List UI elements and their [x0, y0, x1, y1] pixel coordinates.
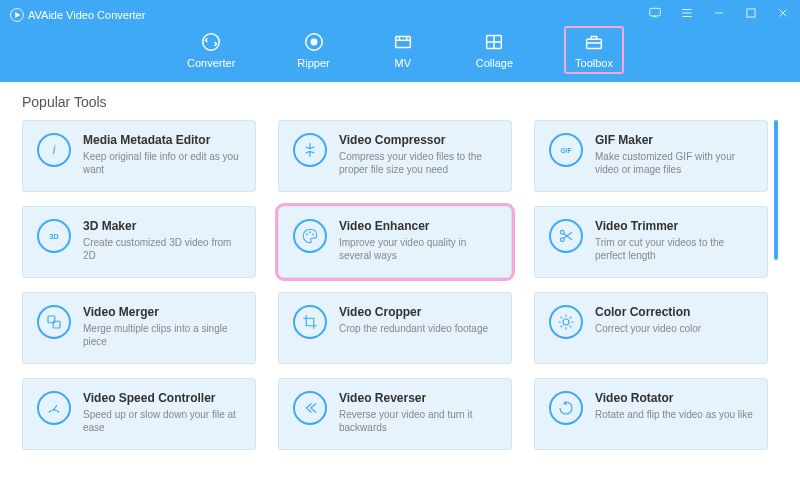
card-title: Video Reverser: [339, 391, 497, 405]
svg-point-12: [306, 234, 308, 236]
card-body: Video EnhancerImprove your video quality…: [339, 219, 497, 262]
svg-text:i: i: [53, 143, 56, 157]
svg-rect-1: [650, 8, 661, 16]
app-title: AVAide Video Converter: [28, 9, 145, 21]
card-body: Video RotatorRotate and flip the video a…: [595, 391, 753, 421]
sun-icon: [549, 305, 583, 339]
play-logo-icon: [10, 8, 24, 22]
card-title: Video Compressor: [339, 133, 497, 147]
card-desc: Make customized GIF with your video or i…: [595, 150, 753, 176]
palette-icon: [293, 219, 327, 253]
card-title: Video Speed Controller: [83, 391, 241, 405]
tab-label: Converter: [187, 57, 235, 69]
card-desc: Improve your video quality in several wa…: [339, 236, 497, 262]
tab-label: MV: [394, 57, 411, 69]
card-body: Video TrimmerTrim or cut your videos to …: [595, 219, 753, 262]
converter-icon: [200, 31, 222, 53]
card-desc: Create customized 3D video from 2D: [83, 236, 241, 262]
card-body: 3D MakerCreate customized 3D video from …: [83, 219, 241, 262]
svg-rect-6: [395, 37, 410, 48]
tab-ripper[interactable]: Ripper: [287, 27, 339, 73]
content-area: Popular Tools iMedia Metadata EditorKeep…: [0, 82, 800, 500]
tool-card-media-metadata-editor[interactable]: iMedia Metadata EditorKeep original file…: [22, 120, 256, 192]
maximize-icon[interactable]: [744, 6, 758, 24]
tool-card-video-cropper[interactable]: Video CropperCrop the redundant video fo…: [278, 292, 512, 364]
card-desc: Crop the redundant video footage: [339, 322, 497, 335]
card-body: Video CropperCrop the redundant video fo…: [339, 305, 497, 335]
tab-label: Collage: [476, 57, 513, 69]
speed-icon: [37, 391, 71, 425]
svg-point-13: [309, 231, 311, 233]
tab-mv[interactable]: MV: [382, 27, 424, 73]
tool-card-video-rotator[interactable]: Video RotatorRotate and flip the video a…: [534, 378, 768, 450]
card-title: 3D Maker: [83, 219, 241, 233]
card-desc: Correct your video color: [595, 322, 753, 335]
card-title: Video Trimmer: [595, 219, 753, 233]
card-title: Video Cropper: [339, 305, 497, 319]
card-body: Media Metadata EditorKeep original file …: [83, 133, 241, 176]
collage-icon: [483, 31, 505, 53]
ripper-icon: [303, 31, 325, 53]
card-body: Video MergerMerge multiple clips into a …: [83, 305, 241, 348]
card-body: GIF MakerMake customized GIF with your v…: [595, 133, 753, 176]
3d-icon: 3D: [37, 219, 71, 253]
crop-icon: [293, 305, 327, 339]
window-controls: [648, 6, 790, 24]
card-desc: Trim or cut your videos to the perfect l…: [595, 236, 753, 262]
feedback-icon[interactable]: [648, 6, 662, 24]
tab-collage[interactable]: Collage: [466, 27, 523, 73]
tool-card-video-reverser[interactable]: Video ReverserReverse your video and tur…: [278, 378, 512, 450]
close-icon[interactable]: [776, 6, 790, 24]
svg-point-20: [53, 408, 55, 410]
svg-point-19: [563, 319, 569, 325]
tool-card-3d-maker[interactable]: 3D3D MakerCreate customized 3D video fro…: [22, 206, 256, 278]
svg-point-15: [560, 230, 564, 234]
card-title: Color Correction: [595, 305, 753, 319]
card-desc: Keep original file info or edit as you w…: [83, 150, 241, 176]
card-body: Color CorrectionCorrect your video color: [595, 305, 753, 335]
card-desc: Reverse your video and turn it backwards: [339, 408, 497, 434]
tool-card-video-merger[interactable]: Video MergerMerge multiple clips into a …: [22, 292, 256, 364]
rotate-icon: [549, 391, 583, 425]
card-title: Video Enhancer: [339, 219, 497, 233]
card-title: Video Rotator: [595, 391, 753, 405]
scrollbar[interactable]: [774, 120, 778, 260]
mv-icon: [392, 31, 414, 53]
tool-card-gif-maker[interactable]: GIFGIF MakerMake customized GIF with you…: [534, 120, 768, 192]
tab-toolbox[interactable]: Toolbox: [565, 27, 623, 73]
card-body: Video ReverserReverse your video and tur…: [339, 391, 497, 434]
scissors-icon: [549, 219, 583, 253]
svg-point-16: [560, 238, 564, 242]
tab-converter[interactable]: Converter: [177, 27, 245, 73]
tool-card-video-speed-controller[interactable]: Video Speed ControllerSpeed up or slow d…: [22, 378, 256, 450]
titlebar: AVAide Video Converter: [0, 0, 800, 24]
toolbox-icon: [583, 31, 605, 53]
app-logo: AVAide Video Converter: [10, 8, 145, 22]
menu-icon[interactable]: [680, 6, 694, 24]
app-header: AVAide Video Converter Converter Ripper …: [0, 0, 800, 82]
compress-icon: [293, 133, 327, 167]
tool-card-video-compressor[interactable]: Video CompressorCompress your video file…: [278, 120, 512, 192]
svg-point-14: [312, 234, 314, 236]
tools-scroll: iMedia Metadata EditorKeep original file…: [22, 120, 778, 500]
minimize-icon[interactable]: [712, 6, 726, 24]
svg-text:GIF: GIF: [560, 147, 571, 154]
card-title: GIF Maker: [595, 133, 753, 147]
gif-icon: GIF: [549, 133, 583, 167]
card-desc: Compress your video files to the proper …: [339, 150, 497, 176]
tools-grid: iMedia Metadata EditorKeep original file…: [22, 120, 778, 450]
card-body: Video CompressorCompress your video file…: [339, 133, 497, 176]
tool-card-video-trimmer[interactable]: Video TrimmerTrim or cut your videos to …: [534, 206, 768, 278]
main-tabs: Converter Ripper MV Collage Toolbox: [0, 24, 800, 82]
card-desc: Merge multiple clips into a single piece: [83, 322, 241, 348]
card-body: Video Speed ControllerSpeed up or slow d…: [83, 391, 241, 434]
tool-card-color-correction[interactable]: Color CorrectionCorrect your video color: [534, 292, 768, 364]
card-title: Video Merger: [83, 305, 241, 319]
svg-rect-8: [587, 39, 602, 48]
tool-card-video-enhancer[interactable]: Video EnhancerImprove your video quality…: [278, 206, 512, 278]
reverse-icon: [293, 391, 327, 425]
svg-rect-2: [747, 9, 755, 17]
svg-text:3D: 3D: [49, 232, 59, 241]
card-title: Media Metadata Editor: [83, 133, 241, 147]
svg-point-5: [311, 39, 317, 45]
